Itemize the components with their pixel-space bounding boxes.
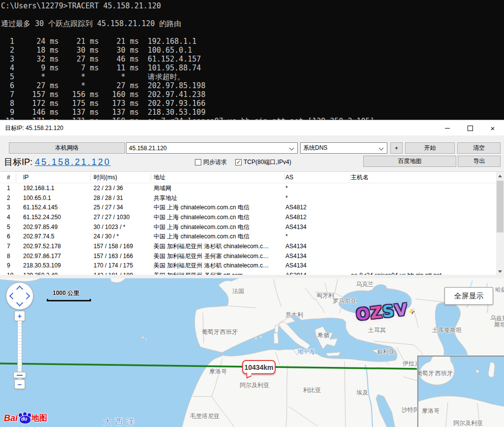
window-titlebar: 目标IP: 45.158.21.120 × bbox=[0, 120, 504, 135]
table-row[interactable]: 9218.30.53.109170 / 174 / 175美国 加利福尼亚州 洛… bbox=[0, 261, 504, 271]
inset-map-label: 阿尔及利亚 bbox=[453, 419, 483, 427]
zoom-slider-thumb[interactable] bbox=[13, 372, 26, 378]
table-row[interactable]: 6202.97.74.524 / 30 / *中国 上海 chinateleco… bbox=[0, 231, 504, 241]
table-cell: 142 / 181 / 189 bbox=[94, 272, 133, 275]
baidu-map[interactable]: 法国乌克兰匈牙利罗马尼亚意大利葡萄牙西班牙希腊土耳其土库曼斯坦乌兹别斯坦哈萨克地… bbox=[0, 278, 504, 427]
column-header-address[interactable]: 地址 bbox=[154, 173, 165, 182]
table-cell: 中国 上海 chinatelecom.com.cn 电信 bbox=[154, 213, 250, 221]
pan-down-icon[interactable] bbox=[16, 299, 23, 306]
table-cell: 中国 上海 chinatelecom.com.cn 电信 bbox=[154, 203, 250, 212]
add-button[interactable]: + bbox=[390, 142, 403, 154]
table-cell: 9 bbox=[7, 262, 10, 269]
pan-right-icon[interactable] bbox=[23, 293, 30, 299]
map-label: 阿尔及利亚 bbox=[240, 381, 269, 390]
target-ip-label: 目标IP: bbox=[4, 157, 35, 167]
map-label: 哈萨克 bbox=[495, 286, 504, 294]
sync-request-label: 同步请求 bbox=[203, 158, 227, 166]
table-cell: AS4134 bbox=[285, 224, 307, 230]
clear-button[interactable]: 清空 bbox=[457, 142, 501, 154]
close-button[interactable]: × bbox=[481, 120, 504, 136]
inset-map-label: 葡萄牙 bbox=[417, 369, 434, 378]
column-header-num[interactable]: # bbox=[7, 174, 10, 181]
local-network-button[interactable]: 本机网络 bbox=[9, 142, 125, 154]
overview-inset-map: 葡萄牙西班牙摩洛哥阿尔及利亚 bbox=[417, 356, 504, 427]
minimize-button[interactable] bbox=[436, 120, 459, 136]
column-header-as[interactable]: AS bbox=[285, 174, 293, 181]
table-cell: 202.97.86.177 bbox=[23, 253, 61, 260]
table-cell: 美国 加利福尼亚州 圣何塞 ntt.com bbox=[154, 271, 243, 275]
scrollbar-thumb[interactable] bbox=[497, 181, 504, 232]
table-cell: 218.30.53.109 bbox=[23, 262, 61, 269]
table-cell: 61.152.24.250 bbox=[23, 214, 61, 221]
table-cell: 129.250.2.49 bbox=[23, 272, 58, 275]
sync-request-checkbox[interactable]: 同步请求 bbox=[195, 158, 227, 166]
checkbox-icon bbox=[195, 159, 201, 165]
column-header-hostname[interactable]: 主机名 bbox=[351, 173, 369, 182]
map-label: 土库曼斯坦 bbox=[432, 326, 462, 334]
table-row[interactable]: 5202.97.85.4930 / 1023 / *中国 上海 chinatel… bbox=[0, 222, 504, 232]
scale-bar bbox=[47, 299, 91, 301]
table-cell: AS2914 bbox=[285, 272, 307, 275]
map-label: 地中海 bbox=[297, 348, 315, 356]
table-cell: 6 bbox=[7, 233, 10, 240]
table-scrollbar[interactable] bbox=[496, 172, 504, 275]
table-cell: 2 bbox=[7, 195, 10, 201]
chevron-down-icon bbox=[379, 146, 384, 151]
target-ip-value: 45.158.21.120 bbox=[129, 145, 167, 152]
zoom-in-button[interactable]: + bbox=[14, 311, 25, 321]
column-header-ip[interactable]: IP bbox=[23, 174, 29, 181]
map-label: 毛里塔尼亚 bbox=[190, 412, 220, 421]
pan-up-icon[interactable] bbox=[16, 286, 23, 293]
table-row[interactable]: 8202.97.86.177157 / 163 / 166美国 加利福尼亚州 圣… bbox=[0, 251, 504, 261]
map-label: 法国 bbox=[232, 287, 244, 296]
tcp-checkbox[interactable]: TCP(80端口,IPv4) bbox=[235, 158, 291, 166]
inset-map-label: 西班牙 bbox=[435, 369, 453, 378]
target-ip-combobox[interactable]: 45.158.21.120 bbox=[126, 142, 298, 154]
table-row[interactable]: 461.152.24.25027 / 27 / 1030中国 上海 chinat… bbox=[0, 212, 504, 222]
table-cell: * bbox=[285, 195, 288, 201]
screen: C:\Users\12279>TRACERT 45.158.21.120 通过最… bbox=[0, 0, 504, 427]
table-cell: 170 / 174 / 175 bbox=[94, 262, 133, 269]
export-button[interactable]: 导出 bbox=[458, 156, 501, 167]
table-row[interactable]: 2100.65.0.128 / 28 / 31共享地址* bbox=[0, 193, 504, 203]
table-cell: 7 bbox=[7, 243, 10, 250]
table-row[interactable]: 7202.97.52.178157 / 158 / 169美国 加利福尼亚州 洛… bbox=[0, 241, 504, 251]
table-cell: 202.97.52.178 bbox=[23, 243, 61, 250]
table-row[interactable]: 10129.250.2.49142 / 181 / 189美国 加利福尼亚州 圣… bbox=[0, 270, 504, 275]
dns-combobox[interactable]: 系统DNS bbox=[300, 142, 387, 154]
maximize-button[interactable] bbox=[459, 120, 481, 136]
table-body: 1192.168.1.122 / 23 / 36局域网*2100.65.0.12… bbox=[0, 183, 504, 275]
inset-map-label: 摩洛哥 bbox=[422, 407, 440, 415]
map-pan-control[interactable] bbox=[6, 282, 33, 310]
hops-table: # IP 时间(ms) 地址 AS 主机名 1192.168.1.122 / 2… bbox=[0, 171, 504, 275]
start-button[interactable]: 开始 bbox=[405, 142, 455, 154]
baidu-logo[interactable]: Bai du 地图 bbox=[4, 412, 47, 424]
map-label: 葡萄牙 bbox=[202, 328, 220, 336]
scroll-down-icon[interactable] bbox=[496, 267, 504, 275]
target-ip-link[interactable]: 45.158.21.120 bbox=[35, 157, 111, 167]
tcp-checkbox-label: TCP(80端口,IPv4) bbox=[244, 158, 291, 166]
pan-left-icon[interactable] bbox=[9, 293, 16, 299]
baidu-paw-icon: du bbox=[18, 412, 31, 424]
map-label: 意大利 bbox=[285, 311, 303, 319]
map-label: 罗马尼亚 bbox=[333, 297, 356, 305]
chevron-down-icon bbox=[289, 146, 294, 151]
zoom-out-button[interactable]: − bbox=[14, 379, 25, 389]
table-cell: 202.97.85.49 bbox=[23, 224, 58, 230]
table-row[interactable]: 361.152.4.14525 / 27 / 34中国 上海 chinatele… bbox=[0, 202, 504, 212]
column-header-time[interactable]: 时间(ms) bbox=[94, 173, 117, 182]
map-label: 希腊 bbox=[317, 331, 329, 340]
fullscreen-button[interactable]: 全屏显示 bbox=[444, 287, 493, 305]
map-label: 大西洋 bbox=[103, 416, 137, 427]
dns-value: 系统DNS bbox=[303, 144, 327, 152]
table-cell: 27 / 27 / 1030 bbox=[94, 214, 129, 221]
table-cell: 30 / 1023 / * bbox=[94, 224, 126, 230]
table-cell: 61.152.4.145 bbox=[23, 204, 58, 211]
table-cell: 100.65.0.1 bbox=[23, 195, 51, 201]
map-label: 乌克兰 bbox=[356, 280, 374, 289]
map-label: 土耳其 bbox=[368, 326, 386, 334]
minimize-icon bbox=[445, 128, 450, 129]
table-row[interactable]: 1192.168.1.122 / 23 / 36局域网* bbox=[0, 183, 504, 193]
baidu-map-button[interactable]: 百度地图 bbox=[363, 156, 456, 167]
scroll-up-icon[interactable] bbox=[496, 172, 504, 180]
